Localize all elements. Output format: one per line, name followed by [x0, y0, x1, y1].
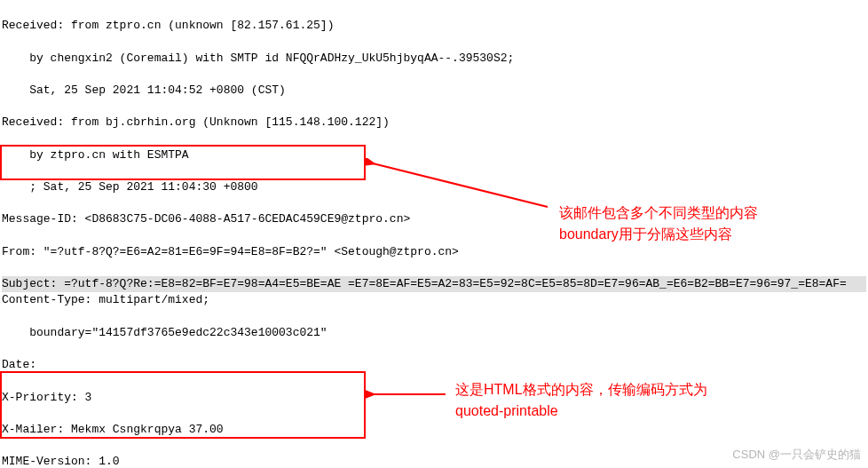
content-type-line: Content-Type: multipart/mixed;: [2, 292, 866, 308]
header-line: by chengxin2 (Coremail) with SMTP id NFQ…: [2, 51, 866, 67]
header-line: Date:: [2, 357, 866, 373]
annotation-html-part: 这是HTML格式的内容，传输编码方式为 quoted-printable: [455, 379, 707, 422]
annotation-multipart: 该邮件包含多个不同类型的内容 boundary用于分隔这些内容: [559, 202, 758, 245]
header-line: ; Sat, 25 Sep 2021 11:04:30 +0800: [2, 179, 866, 195]
annotation-text: quoted-printable: [455, 401, 707, 422]
header-line: Received: from bj.cbrhin.org (Unknown [1…: [2, 115, 866, 131]
annotation-text: 这是HTML格式的内容，传输编码方式为: [455, 379, 707, 401]
annotation-text: 该邮件包含多个不同类型的内容: [559, 202, 758, 224]
watermark: CSDN @一只会铲史的猫: [732, 447, 861, 463]
header-line: X-Priority: 3: [2, 390, 866, 406]
header-line: Received: from ztpro.cn (unknown [82.157…: [2, 18, 866, 34]
header-line: From: "=?utf-8?Q?=E6=A2=81=E6=9F=94=E8=8…: [2, 244, 866, 260]
subject-line: Subject: =?utf-8?Q?Re:=E8=82=BF=E7=98=A4…: [2, 276, 866, 292]
header-line: Sat, 25 Sep 2021 11:04:52 +0800 (CST): [2, 83, 866, 99]
header-line: by ztpro.cn with ESMTPA: [2, 147, 866, 163]
boundary-line: boundary="14157df3765e9edc22c343e10003c0…: [2, 325, 866, 341]
annotation-text: boundary用于分隔这些内容: [559, 224, 758, 245]
header-line: X-Mailer: Mekmx Csngkrqpya 37.00: [2, 422, 866, 438]
